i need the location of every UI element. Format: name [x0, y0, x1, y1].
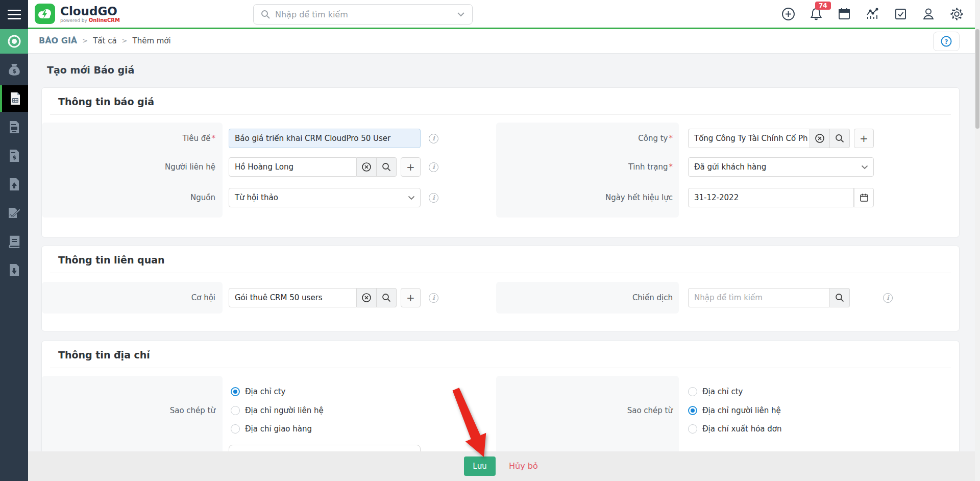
search-icon — [835, 134, 844, 143]
campaign-input[interactable]: Nhập để tìm kiếm — [688, 288, 830, 307]
user-icon[interactable] — [921, 7, 936, 21]
powered-by-text: powered by — [60, 18, 87, 23]
field-label-copy-from-left: Sao chép từ — [42, 401, 215, 420]
add-circle-icon[interactable] — [781, 7, 795, 21]
section-divider — [50, 273, 951, 273]
info-icon[interactable]: i — [429, 293, 438, 303]
page-scrollbar[interactable] — [975, 0, 980, 481]
breadcrumb-module[interactable]: BÁO GIÁ — [39, 36, 77, 45]
status-select[interactable]: Đã gửi khách hàng — [688, 157, 874, 177]
address-input-partial[interactable] — [229, 445, 421, 451]
radio-shipping-address[interactable]: Địa chỉ giao hàng — [231, 424, 312, 434]
hamburger-menu-button[interactable] — [0, 0, 28, 29]
info-icon[interactable]: i — [429, 162, 438, 172]
invoice-doc-icon: $ — [8, 149, 20, 163]
gear-icon[interactable] — [949, 7, 964, 21]
page-title: Tạo mới Báo giá — [47, 64, 134, 76]
sidebar-item-catalog[interactable] — [0, 229, 28, 254]
top-header: CloudGO powered by OnlineCRM Nhập để tìm… — [0, 0, 980, 29]
sidebar-item-contracts[interactable] — [0, 201, 28, 225]
field-label-contact: Người liên hệ — [42, 157, 215, 177]
company-add-button[interactable]: + — [854, 129, 874, 148]
contact-input[interactable]: Hồ Hoàng Long — [229, 157, 357, 177]
breadcrumb-item-all[interactable]: Tất cả — [93, 36, 116, 45]
signature-doc-icon — [7, 206, 21, 220]
question-circle-icon: ? — [940, 35, 952, 47]
contact-add-button[interactable]: + — [401, 157, 421, 177]
radio-unselected-icon — [231, 406, 240, 415]
radio-unselected-icon — [688, 424, 697, 434]
help-button[interactable]: ? — [933, 32, 960, 51]
module-sidebar: $ $ — [0, 29, 28, 481]
sidebar-item-upload[interactable] — [0, 172, 28, 197]
powered-brand: OnlineCRM — [89, 17, 120, 23]
field-label-opportunity: Cơ hội — [42, 288, 215, 307]
chevron-down-icon — [861, 165, 868, 170]
sidebar-item-download[interactable] — [0, 258, 28, 282]
cloud-logo-icon — [35, 4, 55, 24]
expiry-date-input[interactable]: 31-12-2022 — [688, 188, 854, 207]
company-search-button[interactable] — [830, 129, 850, 148]
radio-company-address-right[interactable]: Địa chỉ cty — [688, 387, 743, 396]
company-clear-button[interactable] — [810, 129, 830, 148]
global-search-input[interactable]: Nhập để tìm kiếm — [253, 4, 473, 25]
opportunity-input[interactable]: Gói thuê CRM 50 users — [229, 288, 357, 307]
bell-icon[interactable]: 74 — [809, 7, 823, 21]
app-logo[interactable]: CloudGO powered by OnlineCRM — [35, 4, 120, 24]
brand-name: CloudGO — [60, 5, 120, 17]
info-icon[interactable]: i — [429, 193, 438, 203]
download-doc-icon — [8, 263, 20, 277]
cancel-button[interactable]: Hủy bỏ — [509, 456, 538, 476]
radio-unselected-icon — [231, 424, 240, 434]
sidebar-item-orders[interactable] — [0, 115, 28, 139]
opportunity-search-button[interactable] — [377, 288, 397, 307]
analytics-icon[interactable] — [865, 7, 879, 21]
required-asterisk: * — [212, 134, 216, 143]
clear-circle-icon — [361, 293, 372, 303]
date-picker-button[interactable] — [854, 188, 874, 207]
clear-circle-icon — [361, 162, 372, 172]
breadcrumb-item-new[interactable]: Thêm mới — [132, 36, 170, 45]
radio-invoice-address-right[interactable]: Địa chỉ xuất hóa đơn — [688, 424, 782, 434]
field-label-company: Công ty* — [499, 129, 673, 148]
company-input[interactable]: Tổng Công Ty Tài Chính Cổ Ph — [688, 129, 810, 148]
chevron-down-icon — [457, 12, 465, 17]
sidebar-item-bullseye[interactable] — [0, 29, 28, 54]
radio-contact-address-right[interactable]: Địa chỉ người liên hệ — [688, 406, 781, 415]
global-search-placeholder: Nhập để tìm kiếm — [275, 10, 457, 19]
field-label-campaign: Chiến dịch — [499, 288, 673, 307]
info-icon[interactable]: i — [429, 134, 438, 143]
bullseye-icon — [7, 34, 22, 49]
sidebar-item-quotes-active[interactable] — [0, 85, 28, 112]
scrollbar-thumb[interactable] — [975, 29, 979, 129]
contact-clear-button[interactable] — [357, 157, 377, 177]
save-button[interactable]: Lưu — [464, 456, 496, 476]
task-check-icon[interactable] — [893, 7, 908, 21]
radio-contact-address[interactable]: Địa chỉ người liên hệ — [231, 406, 324, 415]
radio-company-address[interactable]: Địa chỉ cty — [231, 387, 285, 396]
search-icon — [835, 293, 844, 302]
info-icon[interactable]: i — [883, 293, 893, 303]
breadcrumb: BÁO GIÁ > Tất cả > Thêm mới — [39, 36, 171, 45]
section-related-info: Thông tin liên quan Cơ hội Gói thuê CRM … — [41, 246, 960, 331]
opportunity-clear-button[interactable] — [357, 288, 377, 307]
money-bag-icon: $ — [8, 63, 21, 77]
notification-badge: 74 — [815, 2, 831, 10]
required-asterisk: * — [669, 162, 673, 172]
campaign-search-button[interactable] — [830, 288, 850, 307]
radio-unselected-icon — [688, 387, 697, 396]
contact-search-button[interactable] — [377, 157, 397, 177]
sidebar-item-money-bag[interactable]: $ — [0, 58, 28, 82]
opportunity-add-button[interactable]: + — [401, 288, 421, 307]
source-select[interactable]: Từ hội thảo — [229, 188, 421, 207]
chevron-down-icon — [408, 196, 415, 200]
clear-circle-icon — [815, 133, 825, 143]
section-address-info: Thông tin địa chỉ Sao chép từ Địa chỉ ct… — [41, 341, 960, 451]
section-divider — [50, 114, 951, 115]
sidebar-item-invoices[interactable]: $ — [0, 143, 28, 168]
section-quote-info: Thông tin báo giá Tiêu đề* Báo giá triển… — [41, 87, 960, 237]
search-icon — [382, 162, 391, 172]
title-input[interactable]: Báo giá triển khai CRM CloudPro 50 User — [229, 129, 421, 148]
calendar-icon[interactable] — [837, 7, 851, 21]
field-label-expiry-date: Ngày hết hiệu lực — [499, 188, 673, 207]
